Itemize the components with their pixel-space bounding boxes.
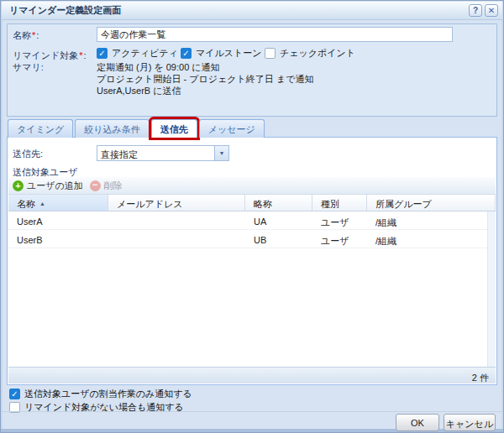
column-header-group[interactable]: 所属グループ [367, 195, 496, 211]
remind-target-colon: : [84, 50, 87, 60]
column-header-email[interactable]: メールアドレス [108, 195, 245, 211]
cell-abbr: UB [245, 230, 312, 248]
cell-email [108, 211, 245, 229]
footer-divider [2, 411, 502, 412]
add-user-button[interactable]: + ユーザの追加 [13, 180, 83, 192]
reminder-settings-dialog: リマインダー定義設定画面 ? ✕ 名称*: リマインド対象*: アクティビティ … [0, 0, 504, 433]
grid-status-bar: 2 件 [8, 367, 496, 383]
destination-select[interactable]: 直接指定 ▼ [97, 145, 229, 161]
cell-name: UserB [8, 230, 108, 248]
grid-scrollbar[interactable] [487, 211, 496, 367]
name-label-text: 名称 [13, 30, 31, 40]
cell-type: ユーザ [312, 211, 367, 229]
table-row[interactable]: UserA UA ユーザ /組織 [8, 211, 487, 230]
required-asterisk: * [32, 30, 35, 40]
cell-abbr: UA [245, 211, 312, 229]
user-grid-header: 名称▲ メールアドレス 略称 種別 所属グループ [8, 195, 496, 211]
sort-asc-icon: ▲ [39, 201, 45, 206]
column-header-name[interactable]: 名称▲ [8, 195, 108, 211]
ok-button[interactable]: OK [396, 414, 439, 431]
checkbox-activity-label: アクティビティ [112, 47, 178, 60]
add-icon: + [13, 180, 24, 191]
summary-line-1: 定期通知 (月) を 09:00 に通知 [97, 61, 313, 73]
delete-user-button-label: 削除 [104, 180, 123, 192]
dialog-titlebar: リマインダー定義設定画面 ? ✕ [2, 2, 502, 20]
name-label: 名称*: [13, 29, 39, 42]
column-header-abbr[interactable]: 略称 [245, 195, 312, 211]
cell-type: ユーザ [312, 230, 367, 248]
name-label-colon: : [36, 30, 39, 40]
checkbox-checkpoint-box[interactable] [265, 48, 276, 59]
summary-line-2: プロジェクト開始日 - プロジェクト終了日 まで通知 [97, 73, 313, 85]
delete-user-button[interactable]: − 削除 [90, 180, 123, 192]
table-row[interactable]: UserB UB ユーザ /組織 [8, 230, 487, 248]
close-icon[interactable]: ✕ [485, 4, 498, 17]
checkbox-milestone-label: マイルストーン [196, 47, 262, 60]
option-notify-assigned-only-label: 送信対象ユーザの割当作業のみ通知する [24, 388, 192, 400]
summary-text: 定期通知 (月) を 09:00 に通知 プロジェクト開始日 - プロジェクト終… [97, 61, 313, 97]
tab-destination[interactable]: 送信先 [151, 119, 197, 138]
reminder-summary-panel: 名称*: リマインド対象*: アクティビティ マイルストーン チェックポイント … [7, 23, 497, 117]
checkbox-activity[interactable]: アクティビティ [97, 47, 181, 60]
destination-selected-value: 直接指定 [97, 146, 214, 160]
summary-label: サマリ: [13, 61, 44, 74]
checkbox-checkpoint-label: チェックポイント [280, 47, 355, 60]
destination-tab-panel: 送信先: 直接指定 ▼ 送信対象ユーザ + ユーザの追加 − 削除 名称▲ メー… [7, 137, 497, 385]
chevron-down-icon[interactable]: ▼ [214, 146, 228, 160]
required-asterisk: * [79, 50, 82, 60]
option-notify-assigned-only-box[interactable] [9, 389, 20, 399]
tab-message[interactable]: メッセージ [199, 119, 265, 138]
destination-label: 送信先: [13, 148, 43, 160]
tab-strip: タイミング 絞り込み条件 送信先 メッセージ [8, 119, 265, 138]
checkbox-milestone-box[interactable] [181, 48, 192, 59]
checkbox-activity-box[interactable] [97, 48, 108, 59]
cancel-button[interactable]: キャンセル [444, 414, 496, 431]
add-user-button-label: ユーザの追加 [27, 180, 83, 192]
column-header-type[interactable]: 種別 [312, 195, 367, 211]
option-notify-assigned-only[interactable]: 送信対象ユーザの割当作業のみ通知する [9, 388, 192, 400]
cell-name: UserA [8, 211, 108, 229]
delete-icon: − [90, 180, 101, 191]
user-grid-toolbar: + ユーザの追加 − 削除 [8, 177, 496, 195]
checkbox-milestone[interactable]: マイルストーン [181, 47, 265, 60]
name-input[interactable] [97, 27, 453, 42]
tab-timing[interactable]: タイミング [8, 119, 73, 138]
footer-buttons: OK キャンセル [396, 414, 496, 431]
remind-target-options: アクティビティ マイルストーン チェックポイント [97, 47, 355, 60]
cell-group: /組織 [367, 230, 487, 248]
summary-line-3: UserA,UserB に送信 [97, 85, 313, 97]
remind-target-label-text: リマインド対象 [13, 50, 78, 60]
cell-group: /組織 [367, 211, 487, 229]
help-icon[interactable]: ? [469, 4, 482, 17]
remind-target-label: リマインド対象*: [13, 50, 87, 62]
cell-email [108, 230, 245, 248]
checkbox-checkpoint[interactable]: チェックポイント [265, 47, 355, 60]
record-count: 2 件 [472, 373, 489, 383]
tab-filter-conditions[interactable]: 絞り込み条件 [75, 119, 150, 138]
dialog-title: リマインダー定義設定画面 [9, 4, 466, 17]
